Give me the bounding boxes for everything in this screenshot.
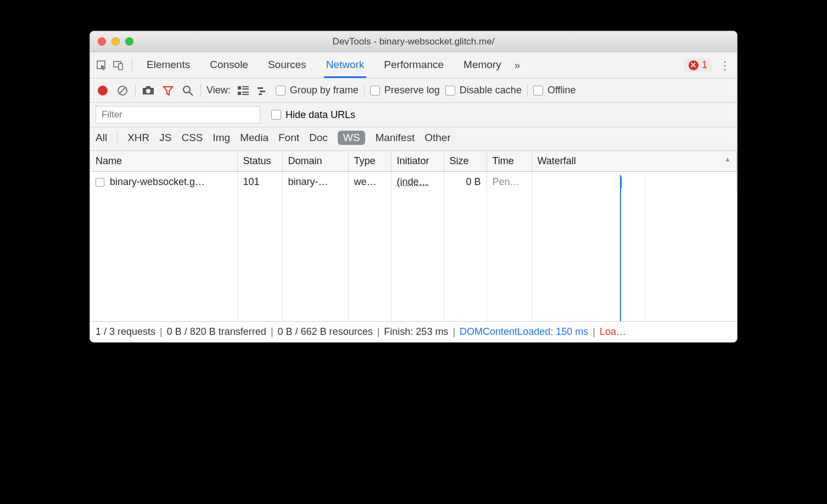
svg-rect-6 xyxy=(146,86,150,88)
col-size[interactable]: Size xyxy=(444,151,487,172)
status-bar: 1 / 3 requests | 0 B / 820 B transferred… xyxy=(90,321,737,342)
cell-waterfall xyxy=(532,172,737,193)
col-status[interactable]: Status xyxy=(237,151,282,172)
filter-type-media[interactable]: Media xyxy=(240,132,269,144)
col-name[interactable]: Name xyxy=(90,151,237,172)
close-window-button[interactable] xyxy=(98,37,106,46)
requests-table-wrap: Name Status Domain Type Initiator Size T… xyxy=(90,151,737,321)
disable-cache-checkbox[interactable]: Disable cache xyxy=(445,85,522,96)
filter-type-doc[interactable]: Doc xyxy=(309,132,328,144)
status-resources: 0 B / 662 B resources xyxy=(278,326,373,338)
svg-point-8 xyxy=(183,86,190,93)
svg-rect-17 xyxy=(260,91,265,92)
devtools-window: DevTools - binary-websocket.glitch.me/ E… xyxy=(90,31,737,343)
more-tabs-button[interactable]: » xyxy=(515,59,521,71)
inspect-element-icon[interactable] xyxy=(93,57,110,74)
device-toolbar-icon[interactable] xyxy=(110,57,126,74)
svg-line-4 xyxy=(119,87,126,94)
filter-type-all[interactable]: All xyxy=(96,132,107,144)
status-requests: 1 / 3 requests xyxy=(96,326,155,338)
svg-rect-18 xyxy=(259,93,262,95)
record-button[interactable] xyxy=(96,83,110,98)
group-by-frame-label: Group by frame xyxy=(290,85,359,96)
tab-network[interactable]: Network xyxy=(324,53,367,78)
tab-performance[interactable]: Performance xyxy=(382,53,446,77)
col-type[interactable]: Type xyxy=(348,151,391,172)
svg-point-7 xyxy=(146,89,150,93)
cell-domain: binary-… xyxy=(282,172,348,193)
filter-bar: Hide data URLs xyxy=(90,103,737,127)
svg-rect-16 xyxy=(258,87,263,89)
requests-table: Name Status Domain Type Initiator Size T… xyxy=(90,151,737,192)
cell-size: 0 B xyxy=(444,172,487,193)
filter-type-xhr[interactable]: XHR xyxy=(127,132,149,144)
tab-memory[interactable]: Memory xyxy=(461,53,504,77)
svg-rect-12 xyxy=(242,88,249,89)
divider xyxy=(132,58,132,72)
filter-type-ws[interactable]: WS xyxy=(338,131,366,145)
waterfall-dcl-marker xyxy=(621,177,622,188)
table-header-row: Name Status Domain Type Initiator Size T… xyxy=(90,151,737,172)
cell-time: Pen… xyxy=(487,172,532,193)
filter-type-img[interactable]: Img xyxy=(213,132,231,144)
cell-name: binary-websocket.g… xyxy=(90,172,237,193)
checkbox-icon xyxy=(276,86,286,96)
col-domain[interactable]: Domain xyxy=(282,151,348,172)
col-initiator[interactable]: Initiator xyxy=(391,151,444,172)
status-transferred: 0 B / 820 B transferred xyxy=(167,326,266,338)
tab-console[interactable]: Console xyxy=(208,53,250,77)
overview-icon[interactable] xyxy=(256,83,270,98)
divider xyxy=(135,84,136,97)
table-row[interactable]: binary-websocket.g… 101 binary-… we… (in… xyxy=(90,172,737,193)
checkbox-icon xyxy=(533,86,543,96)
status-domcontentloaded: DOMContentLoaded: 150 ms xyxy=(460,326,588,338)
col-time[interactable]: Time xyxy=(487,151,532,172)
hide-data-urls-label: Hide data URLs xyxy=(286,109,355,121)
panel-tabs: Elements Console Sources Network Perform… xyxy=(144,53,504,77)
divider xyxy=(364,84,365,97)
offline-checkbox[interactable]: Offline xyxy=(533,85,576,96)
divider xyxy=(200,84,201,97)
traffic-lights xyxy=(90,37,133,46)
svg-rect-10 xyxy=(238,86,241,89)
view-label: View: xyxy=(206,85,231,96)
filter-type-font[interactable]: Font xyxy=(278,132,299,144)
sort-ascending-icon: ▲ xyxy=(724,155,731,163)
titlebar: DevTools - binary-websocket.glitch.me/ xyxy=(90,31,737,52)
filter-input[interactable] xyxy=(96,106,260,124)
offline-label: Offline xyxy=(547,85,576,96)
svg-rect-15 xyxy=(242,94,249,95)
disable-cache-label: Disable cache xyxy=(460,85,522,96)
filter-type-manifest[interactable]: Manifest xyxy=(375,132,415,144)
settings-menu-button[interactable]: ⋮ xyxy=(716,59,734,72)
cell-type: we… xyxy=(348,172,391,193)
column-gridlines xyxy=(90,175,737,321)
filter-icon[interactable] xyxy=(161,83,175,98)
cell-status: 101 xyxy=(237,172,282,193)
large-rows-icon[interactable] xyxy=(236,83,250,98)
cell-initiator[interactable]: (inde… xyxy=(391,172,444,193)
minimize-window-button[interactable] xyxy=(111,37,120,46)
tab-elements[interactable]: Elements xyxy=(144,53,192,77)
capture-screenshots-icon[interactable] xyxy=(141,83,155,98)
resource-type-filters: All XHR JS CSS Img Media Font Doc WS Man… xyxy=(90,127,737,151)
panel-tabbar: Elements Console Sources Network Perform… xyxy=(90,52,737,79)
preserve-log-checkbox[interactable]: Preserve log xyxy=(370,85,440,96)
hide-data-urls-checkbox[interactable]: Hide data URLs xyxy=(271,109,355,121)
svg-rect-14 xyxy=(242,92,249,93)
checkbox-icon xyxy=(445,86,455,96)
divider xyxy=(117,132,118,144)
filter-type-css[interactable]: CSS xyxy=(181,132,203,144)
filter-type-other[interactable]: Other xyxy=(424,132,451,144)
resource-icon xyxy=(96,178,104,187)
tab-sources[interactable]: Sources xyxy=(266,53,309,77)
col-waterfall[interactable]: Waterfall▲ xyxy=(532,151,737,172)
svg-rect-13 xyxy=(238,92,241,95)
filter-type-js[interactable]: JS xyxy=(159,132,171,144)
clear-button[interactable] xyxy=(115,83,130,98)
error-count-badge[interactable]: ✕ 1 xyxy=(684,58,712,72)
search-icon[interactable] xyxy=(181,83,195,98)
status-load: Loa… xyxy=(600,326,626,338)
group-by-frame-checkbox[interactable]: Group by frame xyxy=(276,85,359,96)
maximize-window-button[interactable] xyxy=(125,37,133,46)
